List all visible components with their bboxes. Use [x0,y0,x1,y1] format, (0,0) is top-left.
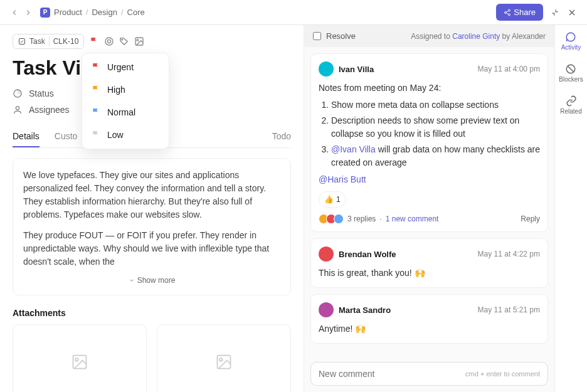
assignees-label: Assignees [29,105,70,115]
mini-avatar [334,214,344,224]
resolve-left: Resolve [313,31,356,41]
image-icon[interactable] [134,36,144,46]
right-panel: Resolve Assigned to Caroline Ginty by Al… [304,25,554,392]
comment-head: Brendan Wolfe May 11 at 4:22 pm [319,246,540,262]
side-rail: Activity Blockers Related [554,25,587,392]
new-comment-badge[interactable]: 1 new comment [386,215,439,223]
reaction-count: 1 [336,194,341,205]
comment-head: Marta Sandro May 11 at 5:21 pm [319,302,540,317]
side-rail-label: Activity [561,44,581,51]
breadcrumb: P Product / Design / Core [40,8,145,18]
list-item: Description needs to show some preview t… [331,114,540,140]
side-rail-label: Blockers [559,76,583,83]
comment-body: Notes from meeting on May 24: Show more … [319,82,540,208]
resolve-checkbox[interactable] [313,32,321,40]
svg-point-8 [105,38,113,45]
attachments-grid [13,324,291,392]
task-chip-id: CLK-10 [53,37,79,46]
breadcrumb-item[interactable]: Product [54,8,82,17]
breadcrumb-item[interactable]: Design [92,8,117,17]
attachment-card[interactable] [13,324,147,392]
mention[interactable]: @Ivan Villa [331,144,376,154]
collapse-icon[interactable] [551,8,559,17]
attachments-title: Attachments [13,308,291,318]
close-icon[interactable] [567,8,577,18]
svg-point-12 [137,40,139,41]
new-comment-input[interactable] [319,369,465,379]
priority-label: Low [107,130,124,140]
priority-label: High [107,85,125,95]
priority-option-urgent[interactable]: Urgent [82,56,169,78]
comment-name[interactable]: Ivan Villa [339,65,374,74]
svg-point-10 [122,40,122,40]
new-comment-box[interactable]: cmd + enter to comment [310,362,548,386]
svg-line-3 [507,11,509,12]
svg-point-9 [108,40,111,43]
by-text: by Alexander [502,32,546,41]
priority-option-high[interactable]: High [82,78,169,101]
comment-intro: Notes from meeting on May 24: [319,82,540,95]
resolve-right: Assigned to Caroline Ginty by Alexander [411,32,546,41]
reaction-chip[interactable]: 👍 1 [319,191,346,208]
tab-todo[interactable]: Todo [272,126,291,147]
tab-details[interactable]: Details [13,126,40,147]
nav-back-icon[interactable] [10,8,19,17]
replies-count[interactable]: 3 replies [347,215,376,223]
reaction-emoji: 👍 [324,194,334,205]
comment-name[interactable]: Brendan Wolfe [339,250,396,259]
comment-card: Marta Sandro May 11 at 5:21 pm Anytime! … [310,294,548,344]
svg-point-14 [16,107,19,110]
tag-icon[interactable] [119,36,129,46]
comment-card: Ivan Villa May 11 at 4:00 pm Notes from … [310,53,548,232]
topbar: P Product / Design / Core Share [0,0,587,25]
side-rail-blockers[interactable]: Blockers [559,63,583,83]
status-icon [13,88,23,98]
svg-point-1 [505,11,507,13]
description-box: We love typefaces. They give our sites a… [13,158,291,295]
breadcrumb-sep: / [86,8,88,17]
assignee-name[interactable]: Caroline Ginty [452,32,500,41]
side-rail-related[interactable]: Related [560,95,581,115]
priority-option-low[interactable]: Low [82,124,169,146]
breadcrumb-sep: / [121,8,124,17]
comment-body: Anytime! 🙌 [319,322,540,336]
attachment-card[interactable] [157,324,291,392]
side-rail-label: Related [560,108,581,115]
priority-label: Normal [107,107,135,117]
priority-option-normal[interactable]: Normal [82,101,169,124]
sprint-icon[interactable] [104,36,114,46]
comment-time: May 11 at 5:21 pm [478,305,540,314]
nav-forward-icon[interactable] [24,8,33,17]
new-comment-hint: cmd + enter to comment [465,370,540,378]
avatar [319,61,334,77]
priority-dropdown: Urgent High Normal Low [82,53,169,149]
comment-name[interactable]: Marta Sandro [339,305,391,315]
task-chip[interactable]: Task CLK-10 [13,34,84,49]
tab-custom[interactable]: Custo [55,126,78,147]
user-icon [13,105,23,115]
description-paragraph: We love typefaces. They give our sites a… [23,169,280,221]
flag-icon[interactable] [89,36,99,46]
comment-card: Brendan Wolfe May 11 at 4:22 pm This is … [310,238,548,288]
svg-point-2 [509,14,510,16]
comment-time: May 11 at 4:22 pm [478,250,540,258]
show-more-button[interactable]: Show more [23,276,280,285]
task-chip-label: Task [29,37,45,46]
comment-author: Marta Sandro [319,302,391,317]
side-rail-activity[interactable]: Activity [561,31,581,51]
avatar-stack [319,214,344,224]
share-button[interactable]: Share [496,4,543,21]
topbar-right: Share [496,4,577,21]
svg-point-0 [509,9,510,11]
comment-body: This is great, thank you! 🙌 [319,267,540,280]
comments-list: Ivan Villa May 11 at 4:00 pm Notes from … [304,47,554,356]
comment-author: Brendan Wolfe [319,246,396,262]
toolbar: Task CLK-10 Urgent High Normal [13,34,291,49]
show-more-label: Show more [137,276,176,285]
reply-button[interactable]: Reply [521,215,540,223]
list-item: Show more meta data on collapse sections [331,98,540,112]
breadcrumb-item[interactable]: Core [127,8,145,17]
mention[interactable]: @Haris Butt [319,174,366,184]
comment-head: Ivan Villa May 11 at 4:00 pm [319,61,540,77]
avatar [319,246,334,262]
